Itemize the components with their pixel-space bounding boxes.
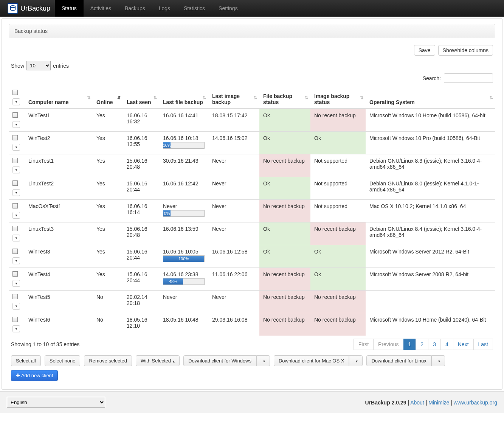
brand-text: UrBackup bbox=[20, 5, 50, 12]
col-header[interactable]: Image backup status⇅ bbox=[310, 87, 366, 109]
row-checkbox[interactable] bbox=[12, 112, 18, 118]
last-seen: 15.06.1620:44 bbox=[123, 245, 159, 268]
with-selected-button[interactable]: With Selected bbox=[136, 355, 180, 366]
nav-settings[interactable]: Settings bbox=[212, 0, 245, 17]
status-table: ▼Computer name⇅Online⇵Last seen⇅Last fil… bbox=[9, 87, 495, 336]
row-actions-toggle[interactable]: ▼ bbox=[12, 144, 20, 151]
col-header[interactable]: Computer name⇅ bbox=[25, 87, 93, 109]
online-status: Yes bbox=[93, 132, 123, 154]
row-checkbox[interactable] bbox=[12, 135, 18, 140]
last-file-backup: 30.05.16 21:43 bbox=[159, 154, 208, 177]
row-checkbox[interactable] bbox=[12, 158, 18, 163]
version-label: UrBackup 2.0.29 bbox=[365, 400, 406, 406]
select-all-checkbox[interactable] bbox=[12, 90, 18, 95]
row-actions-toggle[interactable]: ▼ bbox=[12, 121, 20, 128]
progress-bar: 48% bbox=[163, 278, 205, 285]
row-actions-toggle[interactable]: ▼ bbox=[12, 189, 20, 196]
progress-bar: 0% bbox=[163, 210, 205, 217]
row-checkbox[interactable] bbox=[12, 271, 18, 277]
navbar: UrBackup StatusActivitiesBackupsLogsStat… bbox=[0, 0, 504, 17]
page-1[interactable]: 1 bbox=[403, 339, 416, 350]
last-file-backup: Never0% bbox=[159, 200, 208, 222]
page-2[interactable]: 2 bbox=[416, 339, 428, 350]
table-row: ▼WinTest2Yes16.06.1613:5516.06.16 10:181… bbox=[9, 132, 495, 154]
row-checkbox[interactable] bbox=[12, 226, 18, 231]
nav-logs[interactable]: Logs bbox=[152, 0, 177, 17]
col-header[interactable]: Last file backup⇅ bbox=[159, 87, 208, 109]
row-actions-toggle[interactable]: ▼ bbox=[12, 280, 20, 287]
row-actions-toggle[interactable]: ▼ bbox=[12, 212, 20, 219]
page-next[interactable]: Next bbox=[453, 339, 474, 350]
image-backup-status: Ok bbox=[310, 245, 366, 268]
file-backup-status: No recent backup bbox=[259, 154, 310, 177]
site-link[interactable]: www.urbackup.org bbox=[454, 400, 497, 406]
search-input[interactable] bbox=[444, 73, 493, 83]
online-status: Yes bbox=[93, 222, 123, 245]
nav-status[interactable]: Status bbox=[55, 0, 84, 17]
last-seen: 15.06.1620:44 bbox=[123, 177, 159, 200]
image-backup-status: No recent backup bbox=[310, 313, 366, 336]
col-header[interactable]: Online⇵ bbox=[93, 87, 123, 109]
sort-icon: ⇵ bbox=[117, 95, 121, 100]
col-header[interactable]: Operating System⇅ bbox=[366, 87, 495, 109]
row-actions-toggle[interactable]: ▼ bbox=[12, 325, 20, 332]
col-header[interactable]: File backup status⇅ bbox=[259, 87, 310, 109]
table-row: ▼LinuxTest1Yes15.06.1620:4830.05.16 21:4… bbox=[9, 154, 495, 177]
page-3[interactable]: 3 bbox=[428, 339, 441, 350]
nav-activities[interactable]: Activities bbox=[84, 0, 118, 17]
col-header[interactable]: Last image backup⇅ bbox=[208, 87, 259, 109]
file-backup-status: Ok bbox=[259, 177, 310, 200]
page-4[interactable]: 4 bbox=[440, 339, 453, 350]
language-select[interactable]: English bbox=[7, 397, 105, 408]
download-mac-button[interactable]: Download client for Mac OS X bbox=[274, 355, 349, 366]
operating-system: Microsoft Windows 10 Home (build 10240),… bbox=[366, 313, 495, 336]
file-backup-status: No recent backup bbox=[259, 291, 310, 313]
row-checkbox[interactable] bbox=[12, 249, 18, 254]
download-windows-button[interactable]: Download client for Windows bbox=[183, 355, 256, 366]
online-status: Yes bbox=[93, 268, 123, 291]
plus-icon: ✚ bbox=[16, 373, 21, 378]
row-checkbox[interactable] bbox=[12, 294, 18, 299]
progress-bar: 100% bbox=[163, 255, 205, 262]
download-windows-caret[interactable] bbox=[256, 355, 270, 366]
operating-system: Mac OS X 10.10.2; Kernel 14.1.0 x86_64 bbox=[366, 200, 495, 222]
nav-items: StatusActivitiesBackupsLogsStatisticsSet… bbox=[55, 0, 245, 17]
download-linux-caret[interactable] bbox=[431, 355, 445, 366]
entries-select[interactable]: 10 bbox=[26, 61, 51, 70]
download-mac-caret[interactable] bbox=[349, 355, 363, 366]
row-actions-toggle[interactable]: ▼ bbox=[12, 257, 20, 264]
last-file-backup: 16.06.16 10:05100% bbox=[159, 245, 208, 268]
minimize-link[interactable]: Minimize bbox=[428, 400, 449, 406]
row-checkbox[interactable] bbox=[12, 180, 18, 186]
add-new-client-button[interactable]: ✚ Add new client bbox=[11, 370, 58, 381]
table-body: ▼WinTest1Yes16.06.1616:3216.06.16 14:411… bbox=[9, 109, 495, 336]
select-all-button[interactable]: Select all bbox=[11, 355, 41, 366]
sort-icon: ⇅ bbox=[305, 95, 308, 100]
row-actions-toggle[interactable]: ▼ bbox=[12, 166, 20, 173]
save-button[interactable]: Save bbox=[414, 45, 435, 56]
operating-system: Debian GNU/Linux 8.4 (jessie); Kernel 3.… bbox=[366, 222, 495, 245]
row-actions-toggle[interactable]: ▼ bbox=[12, 235, 20, 241]
last-image-backup: Never bbox=[208, 154, 259, 177]
download-linux-button[interactable]: Download client for Linux bbox=[366, 355, 431, 366]
show-hide-columns-button[interactable]: Show/hide columns bbox=[438, 45, 493, 56]
table-row: ▼WinTest4Yes15.06.1620:4414.06.16 23:384… bbox=[9, 268, 495, 291]
file-backup-status: No recent backup bbox=[259, 313, 310, 336]
last-seen: 15.06.1620:48 bbox=[123, 222, 159, 245]
nav-backups[interactable]: Backups bbox=[118, 0, 152, 17]
row-checkbox[interactable] bbox=[12, 317, 18, 322]
col-header[interactable]: ▼ bbox=[9, 87, 25, 109]
file-backup-status: Ok bbox=[259, 245, 310, 268]
page-last[interactable]: Last bbox=[473, 339, 493, 350]
page-prev: Previous bbox=[373, 339, 403, 350]
row-checkbox[interactable] bbox=[12, 203, 18, 208]
last-image-backup: Never bbox=[208, 291, 259, 313]
brand-logo[interactable]: UrBackup bbox=[3, 3, 55, 14]
row-actions-toggle[interactable]: ▼ bbox=[12, 303, 20, 309]
about-link[interactable]: About bbox=[410, 400, 424, 406]
remove-selected-button[interactable]: Remove selected bbox=[84, 355, 132, 366]
select-none-button[interactable]: Select none bbox=[45, 355, 81, 366]
col-header[interactable]: Last seen⇅ bbox=[123, 87, 159, 109]
header-actions-toggle[interactable]: ▼ bbox=[12, 98, 20, 105]
nav-statistics[interactable]: Statistics bbox=[177, 0, 212, 17]
